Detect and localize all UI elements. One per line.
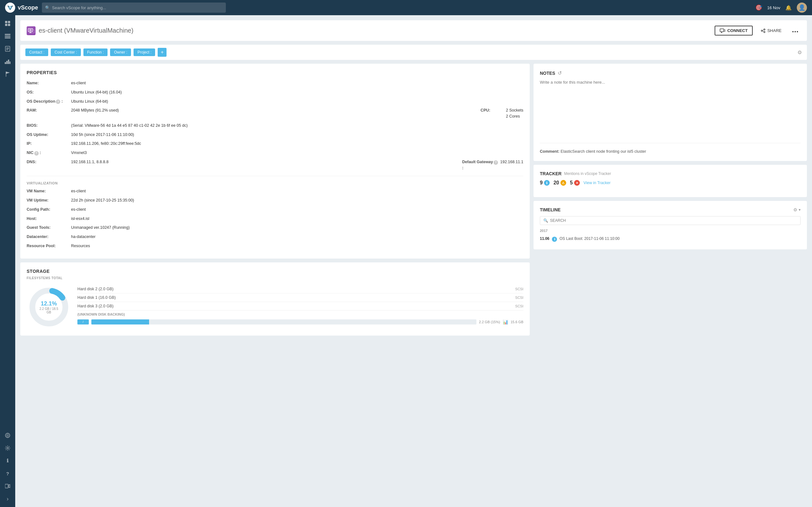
- page-title: es-client (VMwareVirtualMachine): [27, 26, 134, 35]
- prop-nic: NIC? : Vmxnet3: [27, 150, 523, 156]
- tracker-count-warn: 20 ⚠: [554, 180, 566, 186]
- tracker-count-info: 9 ℹ: [540, 180, 550, 186]
- tracker-value-warn: 20: [554, 180, 559, 186]
- timeline-chevron-icon[interactable]: ▾: [799, 208, 801, 212]
- search-bar[interactable]: 🔍: [42, 3, 226, 13]
- nav-avatar[interactable]: 👤: [797, 3, 807, 13]
- prop-dns-gateway: DNS: 192.168.11.1, 8.8.8.8 Default Gatew…: [27, 159, 523, 171]
- svg-point-20: [7, 435, 8, 436]
- left-column: PROPERTIES Name: es-client OS: Ubuntu Li…: [20, 64, 530, 336]
- svg-point-39: [797, 31, 798, 32]
- device-name: es-client (VMwareVirtualMachine): [39, 27, 134, 34]
- svg-rect-26: [29, 29, 32, 31]
- disk-unknown-label: (UNKNOWN DISK BACKING): [78, 311, 523, 318]
- connect-button[interactable]: CONNECT: [715, 26, 753, 36]
- prop-resource-pool: Resource Pool: Resources: [27, 243, 523, 249]
- nav-date: 16 Nov: [767, 5, 780, 10]
- svg-point-33: [761, 30, 763, 32]
- tag-project[interactable]: Project :: [134, 49, 155, 56]
- search-input[interactable]: [52, 5, 223, 10]
- svg-point-32: [764, 29, 765, 30]
- vm-icon: [27, 26, 36, 35]
- sidebar: ℹ ? ›: [0, 15, 15, 507]
- sidebar-item-info[interactable]: ℹ: [2, 455, 13, 466]
- notes-comment: Comment: ElasticSearch client node front…: [540, 143, 801, 155]
- notes-undo-icon[interactable]: ↺: [558, 70, 562, 76]
- svg-rect-14: [6, 61, 8, 64]
- disk-path: /: [78, 320, 89, 325]
- tracker-badge-warn: ⚠: [560, 180, 566, 186]
- disk-pct: 2.2 GB (15%): [479, 320, 500, 324]
- svg-rect-8: [5, 38, 10, 38]
- logo-icon: [5, 3, 15, 13]
- sidebar-item-flag[interactable]: [2, 68, 13, 80]
- donut-chart: 12.1% 2.2 GB / 18.5 GB: [27, 285, 71, 329]
- svg-rect-4: [5, 24, 7, 26]
- notes-card: NOTES ↺ Comment: ElasticSearch client no…: [534, 64, 807, 161]
- sidebar-item-video[interactable]: [2, 481, 13, 492]
- logo-text: vScope: [18, 4, 38, 11]
- notes-title: NOTES: [540, 71, 555, 76]
- page-actions: CONNECT SHARE: [715, 25, 801, 36]
- sidebar-item-notes[interactable]: [2, 43, 13, 55]
- share-button[interactable]: SHARE: [757, 26, 786, 35]
- tag-function[interactable]: Function :: [84, 49, 108, 56]
- tracker-value-info: 9: [540, 180, 543, 186]
- prop-bios: BIOS: (Serial: VMware-56 4d 1a 44 e5 87 …: [27, 123, 523, 129]
- prop-datacenter: Datacenter: ha-datacenter: [27, 234, 523, 240]
- sidebar-bottom: ℹ ? ›: [2, 430, 13, 504]
- timeline-actions: ⚙ ▾: [793, 207, 801, 212]
- os-desc-help-icon[interactable]: ?: [56, 100, 60, 104]
- tracker-header: TRACKER Mentions in vScope Tracker: [540, 171, 801, 176]
- timeline-gear-icon[interactable]: ⚙: [793, 207, 798, 212]
- storage-content: 12.1% 2.2 GB / 18.5 GB Hard disk 2 (2.0 …: [27, 285, 523, 329]
- properties-title: PROPERTIES: [27, 70, 523, 75]
- nic-help-icon[interactable]: ?: [34, 151, 39, 156]
- main-content: es-client (VMwareVirtualMachine) CONNECT: [15, 15, 812, 507]
- properties-card: PROPERTIES Name: es-client OS: Ubuntu Li…: [20, 64, 530, 259]
- sidebar-item-chart[interactable]: [2, 56, 13, 67]
- app-body: ℹ ? ›: [0, 15, 812, 507]
- tag-owner[interactable]: Owner :: [110, 49, 131, 56]
- sidebar-expand[interactable]: ›: [2, 493, 13, 504]
- view-tracker-link[interactable]: View in Tracker: [583, 181, 611, 185]
- logo[interactable]: vScope: [5, 3, 38, 13]
- svg-line-35: [763, 30, 764, 31]
- svg-rect-15: [8, 60, 9, 64]
- prop-vm-uptime: VM Uptime: 22d 2h (since 2017-10-25 15:3…: [27, 198, 523, 204]
- disk-item-3: Hard disk 3 (2.0 GB) SCSI: [78, 302, 523, 311]
- donut-pct: 12.1%: [38, 300, 60, 307]
- nav-right: 🎯 16 Nov 🔔 👤: [755, 3, 807, 13]
- timeline-search[interactable]: 🔍: [540, 216, 801, 225]
- disk-item-1: Hard disk 2 (2.0 GB) SCSI: [78, 285, 523, 293]
- right-column: NOTES ↺ Comment: ElasticSearch client no…: [534, 64, 807, 336]
- timeline-search-input[interactable]: [550, 218, 797, 223]
- gw-help-icon[interactable]: ?: [494, 160, 498, 165]
- search-icon: 🔍: [45, 5, 50, 10]
- svg-point-23: [7, 447, 9, 449]
- sidebar-item-help[interactable]: ?: [2, 468, 13, 479]
- storage-title: STORAGE: [27, 269, 523, 274]
- sidebar-item-table[interactable]: [2, 31, 13, 42]
- nav-bell-icon[interactable]: 🔔: [785, 5, 792, 11]
- tags-gear-icon[interactable]: ⚙: [798, 49, 802, 55]
- nav-target-icon: 🎯: [755, 4, 762, 11]
- sidebar-item-grid[interactable]: [2, 18, 13, 29]
- tag-cost-center[interactable]: Cost Center :: [51, 49, 81, 56]
- prop-name: Name: es-client: [27, 80, 523, 86]
- notes-textarea[interactable]: [540, 80, 801, 137]
- donut-center: 12.1% 2.2 GB / 18.5 GB: [38, 300, 60, 314]
- notes-header: NOTES ↺: [540, 70, 801, 76]
- tag-contact[interactable]: Contact :: [26, 49, 48, 56]
- disk-bar-bg: [91, 320, 476, 325]
- disk-total: 15.6 GB: [511, 320, 523, 324]
- tag-add-button[interactable]: +: [158, 48, 166, 57]
- prop-ram-cpu: RAM: 2048 MBytes (91.2% used) CPU: 2 Soc…: [27, 107, 523, 119]
- timeline-search-icon: 🔍: [543, 218, 548, 223]
- disk-bar-row: / 2.2 GB (15%) 📊 15.6 GB: [78, 320, 523, 325]
- prop-os-desc: OS Description? : Ubuntu Linux (64-bit): [27, 99, 523, 105]
- more-menu-button[interactable]: [790, 25, 801, 36]
- sidebar-item-radar[interactable]: [2, 430, 13, 441]
- filesystems-label: FILESYSTEMS TOTAL: [27, 276, 523, 280]
- sidebar-item-settings[interactable]: [2, 442, 13, 454]
